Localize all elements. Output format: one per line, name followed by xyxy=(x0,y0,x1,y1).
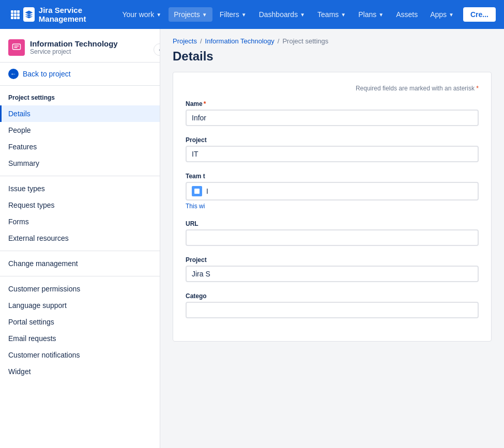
svg-rect-8 xyxy=(17,17,20,19)
svg-rect-9 xyxy=(13,44,21,50)
name-field: Name * xyxy=(186,100,479,126)
breadcrumb-projects[interactable]: Projects xyxy=(173,37,197,45)
svg-rect-6 xyxy=(11,17,13,19)
required-asterisk: * xyxy=(476,85,479,92)
category-select[interactable] xyxy=(186,302,479,318)
breadcrumb-sep-2: / xyxy=(278,37,280,45)
breadcrumb: Projects / Information Technology / Proj… xyxy=(160,29,504,49)
project-type: Service project xyxy=(30,48,118,55)
page-header: Details xyxy=(160,49,504,72)
breadcrumb-project-settings: Project settings xyxy=(282,37,328,45)
sidebar-item-summary[interactable]: Summary xyxy=(0,155,160,172)
chevron-down-icon: ▼ xyxy=(156,12,161,18)
nav-your-work[interactable]: Your work ▼ xyxy=(117,7,166,22)
name-label: Name * xyxy=(186,100,479,107)
svg-rect-1 xyxy=(14,10,17,13)
svg-rect-12 xyxy=(194,189,200,194)
sidebar-item-forms[interactable]: Forms xyxy=(0,213,160,230)
nav-apps[interactable]: Apps ▼ xyxy=(425,7,459,22)
nav-projects[interactable]: Projects ▼ xyxy=(169,7,212,22)
team-type-selector[interactable]: I xyxy=(186,182,479,200)
main-layout: Information Technology Service project ‹… xyxy=(0,29,504,448)
sidebar-item-features[interactable]: Features xyxy=(0,138,160,155)
grid-icon[interactable] xyxy=(8,6,21,23)
chevron-down-icon: ▼ xyxy=(449,12,454,18)
name-input[interactable] xyxy=(186,110,479,126)
main-content: Projects / Information Technology / Proj… xyxy=(160,29,504,448)
logo-icon xyxy=(23,7,35,22)
project-settings-heading: Project settings xyxy=(0,86,160,105)
project-name: Information Technology xyxy=(30,39,118,48)
nav-assets[interactable]: Assets xyxy=(391,7,423,22)
url-input[interactable] xyxy=(186,229,479,246)
app-name: Jira Service Management xyxy=(39,6,111,23)
svg-rect-11 xyxy=(14,47,18,48)
svg-rect-4 xyxy=(14,13,17,16)
sidebar-item-external-resources[interactable]: External resources xyxy=(0,230,160,246)
team-type-value: I xyxy=(206,187,208,195)
svg-rect-3 xyxy=(11,13,13,16)
create-button[interactable]: Cre... xyxy=(463,7,496,22)
project-s-select[interactable]: Jira S xyxy=(186,266,479,282)
team-icon xyxy=(192,186,202,196)
sidebar-item-portal-settings[interactable]: Portal settings xyxy=(0,314,160,330)
breadcrumb-info-tech[interactable]: Information Technology xyxy=(205,37,274,45)
breadcrumb-sep-1: / xyxy=(200,37,202,45)
svg-rect-2 xyxy=(17,10,20,13)
nav-filters[interactable]: Filters ▼ xyxy=(215,7,252,22)
category-field: Catego xyxy=(186,292,479,318)
back-label: Back to project xyxy=(23,70,71,78)
sidebar-item-people[interactable]: People xyxy=(0,122,160,138)
chevron-down-icon: ▼ xyxy=(300,12,305,18)
sidebar-divider-2 xyxy=(0,251,160,251)
team-type-label: Team t xyxy=(186,173,479,180)
project-s-label: Project xyxy=(186,256,479,264)
svg-rect-7 xyxy=(14,17,17,19)
top-navigation: Jira Service Management Your work ▼ Proj… xyxy=(0,0,504,29)
sidebar-item-email-requests[interactable]: Email requests xyxy=(0,330,160,347)
name-required-star: * xyxy=(204,100,206,107)
sidebar-item-customer-notifications[interactable]: Customer notifications xyxy=(0,347,160,363)
chevron-down-icon: ▼ xyxy=(202,12,207,18)
team-type-hint: This wi xyxy=(186,203,479,210)
category-label: Catego xyxy=(186,292,479,300)
project-s-field: Project Jira S xyxy=(186,256,479,282)
url-field: URL xyxy=(186,220,479,246)
required-note: Required fields are marked with an aster… xyxy=(186,85,479,92)
sidebar-divider-3 xyxy=(0,276,160,276)
chevron-down-icon: ▼ xyxy=(341,12,346,18)
sidebar-divider-1 xyxy=(0,176,160,176)
project-key-label: Project xyxy=(186,136,479,144)
project-key-input[interactable] xyxy=(186,146,479,162)
back-icon: ← xyxy=(8,69,19,79)
team-type-field: Team t I This wi xyxy=(186,173,479,210)
url-label: URL xyxy=(186,220,479,227)
sidebar-collapse-button[interactable]: ‹ xyxy=(154,43,160,56)
project-key-field: Project xyxy=(186,136,479,162)
sidebar-item-change-management[interactable]: Change management xyxy=(0,255,160,272)
back-to-project-link[interactable]: ← Back to project xyxy=(0,63,160,86)
chevron-down-icon: ▼ xyxy=(378,12,384,18)
sidebar-header: Information Technology Service project ‹ xyxy=(0,29,160,63)
sidebar-item-issue-types[interactable]: Issue types xyxy=(0,180,160,197)
sidebar-item-customer-permissions[interactable]: Customer permissions xyxy=(0,281,160,297)
nav-teams[interactable]: Teams ▼ xyxy=(312,7,351,22)
chevron-down-icon: ▼ xyxy=(241,12,247,18)
svg-rect-0 xyxy=(11,10,13,13)
svg-rect-5 xyxy=(17,13,20,16)
sidebar: Information Technology Service project ‹… xyxy=(0,29,160,448)
project-icon xyxy=(8,39,25,56)
nav-plans[interactable]: Plans ▼ xyxy=(353,7,389,22)
svg-rect-10 xyxy=(14,45,19,47)
sidebar-item-details[interactable]: Details xyxy=(0,105,160,122)
page-title: Details xyxy=(173,49,492,64)
project-info: Information Technology Service project xyxy=(30,39,118,55)
details-form: Required fields are marked with an aster… xyxy=(173,72,492,342)
app-logo: Jira Service Management xyxy=(23,6,111,23)
sidebar-item-language-support[interactable]: Language support xyxy=(0,297,160,314)
sidebar-item-widget[interactable]: Widget xyxy=(0,363,160,380)
nav-dashboards[interactable]: Dashboards ▼ xyxy=(254,7,310,22)
sidebar-item-request-types[interactable]: Request types xyxy=(0,197,160,213)
